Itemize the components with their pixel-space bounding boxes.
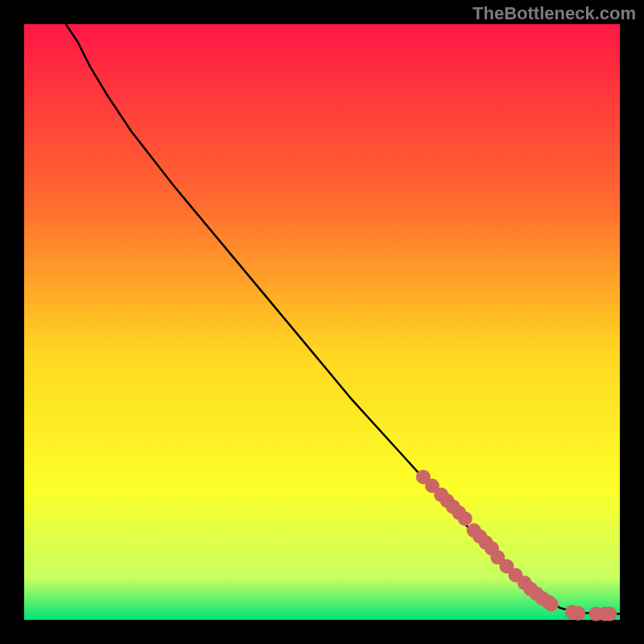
attribution-label: TheBottleneck.com	[473, 3, 636, 24]
data-point	[602, 607, 617, 621]
chart-gradient-bg	[24, 24, 620, 620]
data-point	[544, 597, 559, 612]
data-point	[458, 511, 473, 526]
chart-container: TheBottleneck.com	[0, 0, 644, 644]
bottleneck-chart	[0, 0, 644, 644]
data-point	[571, 606, 585, 621]
